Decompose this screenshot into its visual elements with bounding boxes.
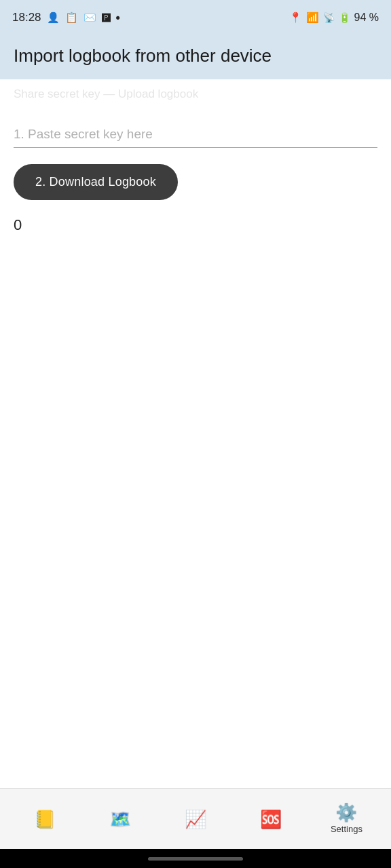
status-bar: 18:28 👤 📋 ✉️ 🅿 • 📍 📶 📡 🔋 94 %: [0, 0, 391, 35]
status-bar-right: 📍 📶 📡 🔋 94 %: [289, 12, 379, 24]
battery-icon: 🔋: [339, 12, 350, 23]
settings-label: Settings: [331, 824, 362, 834]
home-bar: [148, 857, 243, 861]
status-bar-left: 18:28 👤 📋 ✉️ 🅿 •: [12, 11, 120, 25]
logbook-icon: 📒: [34, 810, 56, 828]
content-spacer: [14, 250, 377, 789]
location-icon: 📍: [289, 12, 302, 24]
book-icon: 📋: [65, 12, 78, 24]
home-indicator: [0, 849, 391, 868]
person-icon: 👤: [47, 12, 60, 24]
counter-display: 0: [14, 216, 377, 234]
download-logbook-button[interactable]: 2. Download Logbook: [14, 164, 178, 200]
time-display: 18:28: [12, 11, 41, 24]
nav-item-logbook[interactable]: 📒: [7, 805, 82, 833]
nav-item-help[interactable]: 🆘: [234, 805, 309, 833]
hint-text: Share secret key — Upload logbook: [14, 87, 198, 100]
previous-content-hint: Share secret key — Upload logbook: [0, 79, 391, 108]
page-header: Import logbook from other device: [0, 35, 391, 79]
map-icon: 🗺️: [109, 810, 131, 828]
dot-icon: •: [116, 11, 120, 25]
nav-item-map[interactable]: 🗺️: [82, 805, 157, 833]
mail-icon: ✉️: [83, 12, 96, 24]
signal-icon: 📡: [323, 12, 335, 23]
settings-icon: ⚙️: [335, 804, 357, 821]
main-content: 2. Download Logbook 0: [0, 108, 391, 789]
secret-key-input[interactable]: [14, 121, 377, 148]
bottom-navigation: 📒 🗺️ 📈 🆘 ⚙️ Settings: [0, 788, 391, 849]
page-title: Import logbook from other device: [14, 45, 377, 67]
wifi-icon: 📶: [306, 12, 319, 24]
nav-item-chart[interactable]: 📈: [157, 805, 233, 833]
battery-percent: 94 %: [354, 12, 379, 24]
chart-icon: 📈: [185, 810, 206, 828]
paypal-icon: 🅿: [102, 13, 111, 23]
nav-item-settings[interactable]: ⚙️ Settings: [309, 798, 384, 840]
help-icon: 🆘: [260, 810, 282, 828]
